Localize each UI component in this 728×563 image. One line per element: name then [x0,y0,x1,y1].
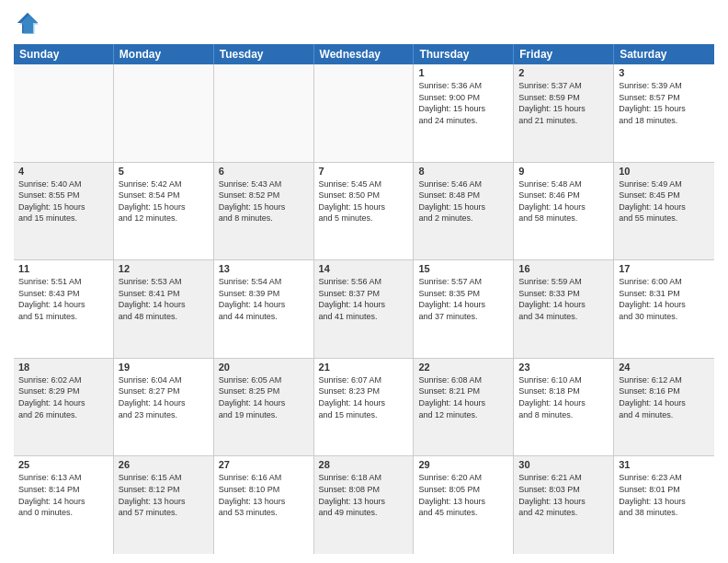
page: SundayMondayTuesdayWednesdayThursdayFrid… [0,0,728,563]
day-number: 11 [18,263,108,274]
day-number: 15 [418,263,508,274]
day-number: 22 [418,362,508,373]
day-cell-9: 9Sunrise: 5:48 AM Sunset: 8:46 PM Daylig… [514,163,614,260]
day-cell-30: 30Sunrise: 6:21 AM Sunset: 8:03 PM Dayli… [514,456,614,554]
calendar-body: 1Sunrise: 5:36 AM Sunset: 9:00 PM Daylig… [14,64,714,554]
day-number: 20 [219,362,309,373]
calendar-row-0: 1Sunrise: 5:36 AM Sunset: 9:00 PM Daylig… [14,64,714,163]
empty-cell [114,64,214,162]
day-number: 1 [418,67,508,78]
daylight-info: Sunrise: 6:12 AM Sunset: 8:16 PM Dayligh… [619,374,710,420]
daylight-info: Sunrise: 5:59 AM Sunset: 8:33 PM Dayligh… [518,276,609,322]
day-cell-17: 17Sunrise: 6:00 AM Sunset: 8:31 PM Dayli… [614,260,714,358]
day-number: 5 [119,166,209,177]
daylight-info: Sunrise: 6:13 AM Sunset: 8:14 PM Dayligh… [18,472,108,518]
day-cell-3: 3Sunrise: 5:39 AM Sunset: 8:57 PM Daylig… [614,64,714,162]
day-number: 28 [319,459,409,470]
empty-cell [314,64,415,162]
day-cell-10: 10Sunrise: 5:49 AM Sunset: 8:45 PM Dayli… [614,163,714,260]
day-number: 6 [219,166,309,177]
day-cell-8: 8Sunrise: 5:46 AM Sunset: 8:48 PM Daylig… [414,163,514,260]
daylight-info: Sunrise: 6:20 AM Sunset: 8:05 PM Dayligh… [418,472,508,518]
calendar-row-1: 4Sunrise: 5:40 AM Sunset: 8:55 PM Daylig… [14,163,714,261]
day-cell-26: 26Sunrise: 6:15 AM Sunset: 8:12 PM Dayli… [114,456,214,554]
header [14,9,714,37]
day-number: 2 [518,67,609,78]
day-cell-27: 27Sunrise: 6:16 AM Sunset: 8:10 PM Dayli… [214,456,314,554]
day-number: 25 [18,459,108,470]
day-cell-4: 4Sunrise: 5:40 AM Sunset: 8:55 PM Daylig… [14,163,114,260]
day-cell-2: 2Sunrise: 5:37 AM Sunset: 8:59 PM Daylig… [514,64,614,162]
weekday-header-friday: Friday [514,44,614,64]
daylight-info: Sunrise: 5:51 AM Sunset: 8:43 PM Dayligh… [18,276,108,322]
day-cell-25: 25Sunrise: 6:13 AM Sunset: 8:14 PM Dayli… [14,456,114,554]
weekday-header-tuesday: Tuesday [214,44,314,64]
weekday-header-wednesday: Wednesday [314,44,415,64]
daylight-info: Sunrise: 6:10 AM Sunset: 8:18 PM Dayligh… [518,374,609,420]
day-number: 21 [319,362,409,373]
daylight-info: Sunrise: 5:56 AM Sunset: 8:37 PM Dayligh… [319,276,409,322]
daylight-info: Sunrise: 5:53 AM Sunset: 8:41 PM Dayligh… [119,276,209,322]
day-number: 31 [619,459,710,470]
calendar-row-4: 25Sunrise: 6:13 AM Sunset: 8:14 PM Dayli… [14,456,714,554]
day-cell-28: 28Sunrise: 6:18 AM Sunset: 8:08 PM Dayli… [314,456,415,554]
daylight-info: Sunrise: 5:54 AM Sunset: 8:39 PM Dayligh… [219,276,309,322]
logo [14,9,45,37]
daylight-info: Sunrise: 5:36 AM Sunset: 9:00 PM Dayligh… [418,80,508,126]
daylight-info: Sunrise: 5:46 AM Sunset: 8:48 PM Dayligh… [418,178,508,224]
daylight-info: Sunrise: 5:48 AM Sunset: 8:46 PM Dayligh… [518,178,609,224]
day-cell-16: 16Sunrise: 5:59 AM Sunset: 8:33 PM Dayli… [514,260,614,358]
daylight-info: Sunrise: 5:39 AM Sunset: 8:57 PM Dayligh… [619,80,710,126]
day-cell-23: 23Sunrise: 6:10 AM Sunset: 8:18 PM Dayli… [514,359,614,456]
day-cell-24: 24Sunrise: 6:12 AM Sunset: 8:16 PM Dayli… [614,359,714,456]
day-number: 10 [619,166,710,177]
calendar-row-3: 18Sunrise: 6:02 AM Sunset: 8:29 PM Dayli… [14,359,714,457]
day-number: 7 [319,166,409,177]
day-cell-7: 7Sunrise: 5:45 AM Sunset: 8:50 PM Daylig… [314,163,415,260]
day-cell-14: 14Sunrise: 5:56 AM Sunset: 8:37 PM Dayli… [314,260,415,358]
daylight-info: Sunrise: 6:21 AM Sunset: 8:03 PM Dayligh… [518,472,609,518]
daylight-info: Sunrise: 6:02 AM Sunset: 8:29 PM Dayligh… [18,374,108,420]
day-number: 24 [619,362,710,373]
daylight-info: Sunrise: 6:07 AM Sunset: 8:23 PM Dayligh… [319,374,409,420]
weekday-header-sunday: Sunday [14,44,114,64]
daylight-info: Sunrise: 5:40 AM Sunset: 8:55 PM Dayligh… [18,178,108,224]
day-number: 23 [518,362,609,373]
day-cell-5: 5Sunrise: 5:42 AM Sunset: 8:54 PM Daylig… [114,163,214,260]
daylight-info: Sunrise: 6:23 AM Sunset: 8:01 PM Dayligh… [619,472,710,518]
day-number: 4 [18,166,108,177]
day-number: 26 [119,459,209,470]
day-number: 29 [418,459,508,470]
day-number: 17 [619,263,710,274]
daylight-info: Sunrise: 6:04 AM Sunset: 8:27 PM Dayligh… [119,374,209,420]
day-cell-19: 19Sunrise: 6:04 AM Sunset: 8:27 PM Dayli… [114,359,214,456]
day-number: 9 [518,166,609,177]
weekday-header-monday: Monday [114,44,214,64]
daylight-info: Sunrise: 5:49 AM Sunset: 8:45 PM Dayligh… [619,178,710,224]
day-number: 30 [518,459,609,470]
logo-icon [14,9,41,37]
daylight-info: Sunrise: 6:00 AM Sunset: 8:31 PM Dayligh… [619,276,710,322]
empty-cell [14,64,114,162]
daylight-info: Sunrise: 6:18 AM Sunset: 8:08 PM Dayligh… [319,472,409,518]
day-cell-12: 12Sunrise: 5:53 AM Sunset: 8:41 PM Dayli… [114,260,214,358]
day-number: 8 [418,166,508,177]
day-cell-21: 21Sunrise: 6:07 AM Sunset: 8:23 PM Dayli… [314,359,415,456]
weekday-header-thursday: Thursday [414,44,514,64]
day-cell-31: 31Sunrise: 6:23 AM Sunset: 8:01 PM Dayli… [614,456,714,554]
day-number: 27 [219,459,309,470]
calendar-header: SundayMondayTuesdayWednesdayThursdayFrid… [14,44,714,64]
day-number: 3 [619,67,710,78]
day-number: 14 [319,263,409,274]
day-cell-6: 6Sunrise: 5:43 AM Sunset: 8:52 PM Daylig… [214,163,314,260]
daylight-info: Sunrise: 6:16 AM Sunset: 8:10 PM Dayligh… [219,472,309,518]
daylight-info: Sunrise: 5:42 AM Sunset: 8:54 PM Dayligh… [119,178,209,224]
daylight-info: Sunrise: 6:15 AM Sunset: 8:12 PM Dayligh… [119,472,209,518]
day-cell-20: 20Sunrise: 6:05 AM Sunset: 8:25 PM Dayli… [214,359,314,456]
calendar: SundayMondayTuesdayWednesdayThursdayFrid… [14,44,714,554]
daylight-info: Sunrise: 5:57 AM Sunset: 8:35 PM Dayligh… [418,276,508,322]
day-number: 13 [219,263,309,274]
daylight-info: Sunrise: 6:08 AM Sunset: 8:21 PM Dayligh… [418,374,508,420]
day-number: 12 [119,263,209,274]
day-cell-1: 1Sunrise: 5:36 AM Sunset: 9:00 PM Daylig… [414,64,514,162]
